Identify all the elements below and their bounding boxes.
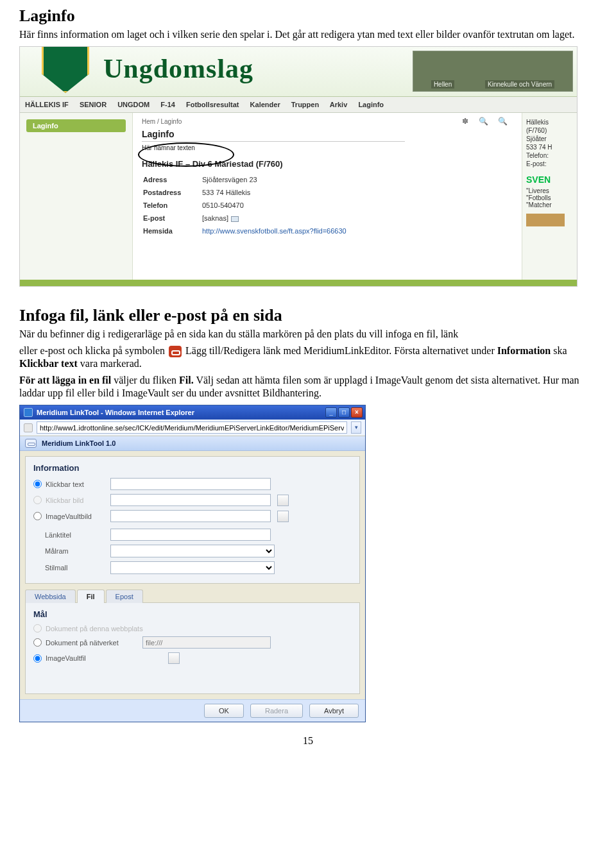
radio-dokument-natverk[interactable] bbox=[33, 638, 42, 647]
radio-imagevaultfil[interactable] bbox=[33, 654, 42, 663]
klickbar-text-input[interactable] bbox=[110, 478, 271, 490]
option-dokument-natverk[interactable]: Dokument på nätverket bbox=[33, 638, 136, 647]
app-toolbar: Meridium LinkTool 1.0 bbox=[20, 436, 365, 451]
section2-p3: För att lägga in en fil väljer du fliken… bbox=[19, 374, 597, 400]
mail-icon[interactable] bbox=[231, 216, 239, 222]
team-heading: Hällekis IF – Div 6 Mariestad (F/760) bbox=[142, 159, 513, 169]
close-button[interactable]: × bbox=[351, 407, 363, 418]
value: 533 74 Hällekis bbox=[202, 187, 353, 198]
thumbnail-image bbox=[526, 214, 565, 226]
url-input[interactable] bbox=[37, 421, 347, 434]
stilmall-select[interactable] bbox=[110, 561, 275, 574]
table-row: Hemsida http://www.svenskfotboll.se/ft.a… bbox=[143, 225, 353, 237]
page-heading: Laginfo bbox=[142, 129, 405, 142]
screenshot-ungdomslag: Ungdomslag Hellen Kinnekulle och Vänern … bbox=[19, 46, 578, 287]
nav-item[interactable]: Truppen bbox=[291, 101, 319, 108]
malram-select[interactable] bbox=[110, 545, 275, 557]
nav-item[interactable]: Arkiv bbox=[330, 101, 348, 108]
photo-label: Hellen bbox=[431, 80, 454, 89]
window-title: Meridium LinkTool - Windows Internet Exp… bbox=[37, 409, 194, 416]
option-imagevaultfil[interactable]: ImageVaultfil bbox=[33, 654, 162, 663]
label-lanktitel: Länktitel bbox=[45, 531, 104, 539]
tab-fil[interactable]: Fil bbox=[77, 590, 105, 603]
header-photo: Hellen Kinnekulle och Vänern bbox=[413, 51, 573, 92]
label: Telefon bbox=[143, 200, 201, 211]
address-bar: ▾ bbox=[20, 420, 365, 436]
browse-image-button[interactable] bbox=[277, 495, 289, 506]
team-info-table: Adress Sjöåtersvägen 23 Postadress 533 7… bbox=[142, 173, 354, 238]
label: Hemsida bbox=[143, 225, 201, 237]
main-content: Hem / Laginfo ✽ 🔍 🔍 Laginfo Här hamnar t… bbox=[133, 113, 522, 280]
link-snippet[interactable]: "Fotbolls bbox=[526, 194, 573, 201]
window-titlebar: Meridium LinkTool - Windows Internet Exp… bbox=[20, 405, 365, 420]
footer-bar bbox=[20, 280, 577, 286]
label: E-post bbox=[143, 212, 201, 224]
link-icon bbox=[25, 439, 37, 448]
maximize-button[interactable]: □ bbox=[338, 407, 350, 418]
page-number: 15 bbox=[19, 735, 597, 747]
tab-epost[interactable]: Epost bbox=[106, 590, 143, 603]
option-imagevaultbild[interactable]: ImageVaultbild bbox=[33, 512, 104, 520]
lanktitel-input[interactable] bbox=[110, 529, 271, 541]
nav-item[interactable]: Laginfo bbox=[358, 101, 384, 108]
radera-button[interactable]: Radera bbox=[250, 704, 303, 718]
value: Sjöåtersvägen 23 bbox=[202, 174, 353, 185]
natverk-path-input[interactable] bbox=[142, 636, 271, 649]
nav-item[interactable]: F-14 bbox=[160, 101, 175, 108]
label-malram: Målram bbox=[45, 547, 104, 555]
screenshot-linktool: Meridium LinkTool - Windows Internet Exp… bbox=[19, 405, 366, 722]
label: Adress bbox=[143, 174, 201, 185]
imagevaultbild-input[interactable] bbox=[110, 510, 271, 522]
value: 0510-540470 bbox=[202, 200, 353, 211]
option-klickbar-text[interactable]: Klickbar text bbox=[33, 480, 104, 488]
url-dropdown-button[interactable]: ▾ bbox=[351, 421, 361, 434]
browse-imagevault-button[interactable] bbox=[277, 511, 289, 522]
klickbar-bild-input[interactable] bbox=[110, 494, 271, 506]
radio-imagevaultbild[interactable] bbox=[33, 512, 42, 520]
sidebar-item-laginfo[interactable]: Laginfo bbox=[26, 119, 126, 132]
right-links: "Liveres "Fotbolls "Matcher bbox=[526, 187, 573, 208]
minimize-button[interactable]: _ bbox=[325, 407, 337, 418]
link-snippet[interactable]: "Matcher bbox=[526, 201, 573, 208]
nav-item[interactable]: HÄLLEKIS IF bbox=[25, 101, 69, 108]
right-sidebar: Hällekis (F/760) Sjöåter 533 74 H Telefo… bbox=[522, 113, 577, 280]
ok-button[interactable]: OK bbox=[204, 704, 244, 718]
nav-item[interactable]: UNGDOM bbox=[117, 101, 150, 108]
page-tool-icons[interactable]: ✽ 🔍 🔍 bbox=[462, 117, 511, 126]
table-row: Adress Sjöåtersvägen 23 bbox=[143, 174, 353, 185]
nav-item[interactable]: Kalender bbox=[250, 101, 280, 108]
value[interactable]: http://www.svenskfotboll.se/ft.aspx?flid… bbox=[202, 225, 353, 237]
table-row: Postadress 533 74 Hällekis bbox=[143, 187, 353, 198]
tab-bar: Webbsida Fil Epost bbox=[25, 589, 360, 603]
tab-webbsida[interactable]: Webbsida bbox=[25, 590, 76, 603]
section2-heading: Infoga fil, länk eller e-post på en sida bbox=[19, 306, 597, 325]
radio-klickbar-text[interactable] bbox=[33, 480, 42, 488]
main-nav: HÄLLEKIS IF SENIOR UNGDOM F-14 Fotbollsr… bbox=[20, 97, 577, 113]
information-panel: Information Klickbar text Klickbar bild … bbox=[25, 456, 360, 584]
photo-label: Kinnekulle och Vänern bbox=[485, 80, 554, 89]
option-dokument-webbplats[interactable]: Dokument på denna webbplats bbox=[33, 624, 162, 633]
option-klickbar-bild[interactable]: Klickbar bild bbox=[33, 496, 104, 504]
table-row: E-post [saknas] bbox=[143, 212, 353, 224]
breadcrumb: Hem / Laginfo bbox=[142, 118, 513, 125]
sven-heading: SVEN bbox=[526, 174, 573, 185]
address-snippet: Hällekis (F/760) Sjöåter 533 74 H Telefo… bbox=[526, 118, 573, 168]
nav-item[interactable]: Fotbollsresultat bbox=[186, 101, 239, 108]
label: Postadress bbox=[143, 187, 201, 198]
toolbar-title: Meridium LinkTool 1.0 bbox=[42, 439, 116, 447]
browse-imagevaultfil-button[interactable] bbox=[168, 652, 180, 664]
editable-note: Här hamnar texten bbox=[142, 144, 513, 151]
section1-heading: Laginfo bbox=[19, 6, 597, 26]
mal-panel: Mål Dokument på denna webbplats Dokument… bbox=[25, 603, 360, 694]
avbryt-button[interactable]: Avbryt bbox=[309, 704, 359, 718]
radio-klickbar-bild bbox=[33, 496, 42, 504]
left-sidebar: Laginfo bbox=[20, 113, 133, 280]
link-snippet[interactable]: "Liveres bbox=[526, 187, 573, 194]
radio-dokument-webbplats bbox=[33, 624, 42, 633]
label-stilmall: Stilmall bbox=[45, 564, 104, 572]
dialog-buttons: OK Radera Avbryt bbox=[20, 699, 365, 722]
ie-icon bbox=[24, 408, 33, 417]
section2-p1: När du befinner dig i redigerarläge på e… bbox=[19, 328, 597, 341]
section1-paragraph: Här finns information om laget och i vil… bbox=[19, 28, 597, 41]
nav-item[interactable]: SENIOR bbox=[80, 101, 107, 108]
